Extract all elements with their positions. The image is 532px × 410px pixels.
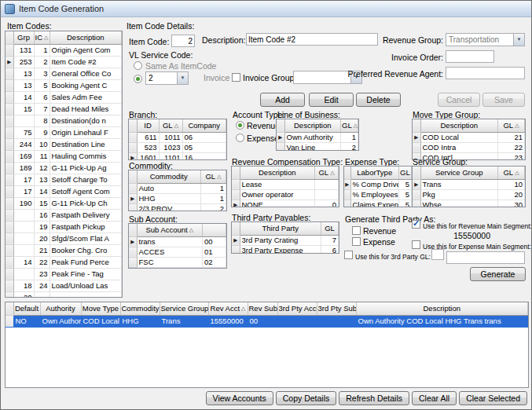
cell[interactable]: 15 — [34, 197, 50, 209]
cell[interactable]: Owner operator — [240, 189, 315, 200]
table-row[interactable]: 1714Setoff Agent Com — [6, 185, 122, 197]
cell[interactable]: 00 — [248, 315, 277, 327]
cancel-button[interactable]: Cancel — [438, 93, 480, 107]
column-header[interactable]: Third Party — [240, 222, 321, 235]
description-input[interactable] — [246, 33, 378, 46]
row-marker[interactable] — [129, 267, 137, 269]
cell[interactable]: trans — [137, 236, 203, 247]
cell[interactable]: Peak Fine - Tag — [50, 268, 122, 280]
column-header[interactable]: GL△ — [159, 119, 182, 132]
cell[interactable]: 3 — [34, 68, 50, 79]
column-header[interactable]: Description — [284, 119, 341, 132]
table-row[interactable]: 2/3 PROV2 — [129, 203, 226, 211]
row-marker[interactable]: ▶ — [277, 132, 284, 142]
cell[interactable]: Setoff Agent Com — [50, 185, 122, 197]
cell[interactable] — [13, 232, 34, 244]
row-marker[interactable] — [232, 245, 240, 254]
item-code-input[interactable] — [171, 35, 195, 47]
row-marker[interactable] — [344, 200, 350, 207]
use-revenue-main-segment-checkbox[interactable] — [412, 220, 420, 229]
row-marker[interactable] — [129, 203, 137, 211]
row-marker[interactable] — [344, 189, 350, 200]
preferred-revenue-agent-input[interactable] — [446, 67, 525, 79]
column-header[interactable]: Service Group — [420, 167, 498, 179]
table-row[interactable]: % Employees5 — [344, 189, 412, 200]
revenue-3-radio[interactable] — [236, 121, 244, 130]
cell[interactable]: Origin Linehaul F — [50, 126, 122, 138]
table-row[interactable]: 1422Peak Fund Perce — [6, 256, 122, 268]
row-marker[interactable] — [6, 280, 13, 291]
column-header[interactable]: Commodity — [120, 302, 160, 315]
cell[interactable]: Item Code #2 — [50, 56, 122, 68]
cell[interactable]: 23 — [34, 268, 50, 280]
cell[interactable]: Booker Chg. Cro — [50, 244, 122, 256]
move-type-group-grid[interactable]: DescriptionGL△▶COD Local21COD Intra22COD… — [412, 119, 526, 160]
row-marker[interactable]: ▶ — [232, 200, 240, 207]
column-header[interactable]: Description — [356, 302, 528, 315]
cell[interactable]: 6 — [321, 245, 339, 254]
cell[interactable]: 1 — [201, 183, 226, 193]
table-row[interactable]: ▶COD Local21 — [413, 132, 525, 142]
branch-grid[interactable]: IDGL△Company611101106523102305▶160111011… — [128, 119, 227, 160]
row-marker[interactable] — [6, 221, 13, 232]
cell[interactable]: 05 — [182, 142, 226, 152]
cell[interactable]: 12 — [34, 162, 50, 174]
table-row[interactable]: ▶trans00 — [129, 236, 226, 247]
table-row[interactable]: ▶HHG1 — [129, 193, 226, 203]
cell[interactable]: 169 — [13, 150, 34, 162]
cell[interactable]: 75 — [13, 126, 34, 138]
cell[interactable]: 17 — [13, 174, 34, 185]
vl-code-combo[interactable]: 2 ▼ — [145, 71, 189, 85]
table-row[interactable]: Owner operator — [232, 189, 339, 200]
dropdown-arrow-icon[interactable]: ▼ — [177, 72, 188, 84]
cell[interactable]: ACCES — [137, 247, 203, 257]
table-row[interactable]: ▶Trans10 — [413, 179, 525, 189]
cell[interactable]: COD Local — [81, 315, 120, 327]
delete-button[interactable]: Delete — [356, 93, 401, 107]
cell[interactable]: 5 — [399, 179, 412, 189]
generate-expense-checkbox[interactable] — [352, 237, 361, 246]
cell[interactable]: Dead Head Miles — [50, 103, 122, 115]
cell[interactable]: Pkg — [420, 189, 498, 200]
cell[interactable]: 1023 — [159, 142, 182, 152]
cell[interactable]: Trans — [160, 315, 208, 327]
table-row[interactable]: 135Booking Agent C — [6, 79, 122, 91]
cell[interactable]: 06 — [182, 132, 226, 142]
invoice-checkbox[interactable] — [232, 73, 240, 82]
row-marker[interactable] — [277, 142, 284, 151]
cell[interactable]: 19 — [34, 221, 50, 232]
sub-account-grid[interactable]: Sub Account△▶trans00ACCES01FSC02MTR — [128, 223, 227, 269]
invoice-order-input[interactable] — [446, 50, 494, 63]
third-party-payables-grid[interactable]: Third PartyGL▶3rd Party Crating73rd Part… — [231, 221, 339, 254]
cell[interactable]: 1601 — [137, 152, 159, 160]
cell[interactable]: Claims Expense — [350, 200, 399, 207]
table-row[interactable]: 16Fastpath Delivery — [6, 209, 122, 221]
generate-revenue-checkbox[interactable] — [352, 226, 361, 235]
table-row[interactable]: 611101106 — [129, 132, 226, 142]
cell[interactable]: 14 — [13, 91, 34, 103]
cell[interactable]: 24 — [34, 280, 50, 291]
cell[interactable]: 30 — [498, 200, 525, 207]
table-row[interactable]: 146Sales Adm Fee — [6, 91, 122, 103]
row-marker[interactable] — [6, 268, 13, 280]
cell[interactable]: COD Local — [420, 132, 498, 142]
cell[interactable]: NO — [13, 315, 40, 327]
row-marker[interactable] — [6, 197, 13, 209]
use-3rd-party-gl-checkbox[interactable] — [344, 251, 353, 259]
cell[interactable]: 253 — [13, 56, 34, 68]
row-marker[interactable] — [6, 291, 13, 298]
cell[interactable] — [34, 291, 50, 298]
column-header[interactable]: Company — [182, 119, 226, 132]
cell[interactable]: 5 — [399, 189, 412, 200]
row-marker[interactable] — [6, 232, 13, 244]
cell[interactable]: COD Intra — [420, 142, 498, 152]
cell[interactable]: 1101 — [159, 152, 182, 160]
column-header[interactable]: Service Group — [160, 302, 208, 315]
row-marker[interactable] — [6, 103, 13, 115]
row-marker[interactable] — [6, 115, 13, 126]
cell[interactable]: Setoff Charge To — [50, 174, 122, 185]
cell[interactable]: General Office Co — [50, 68, 122, 79]
line-of-business-grid[interactable]: DescriptionGL△▶Own Authority1Van Line2 — [276, 119, 359, 151]
table-row[interactable]: 3rd Party Expense6 — [232, 245, 339, 254]
cell[interactable]: 14 — [13, 256, 34, 268]
